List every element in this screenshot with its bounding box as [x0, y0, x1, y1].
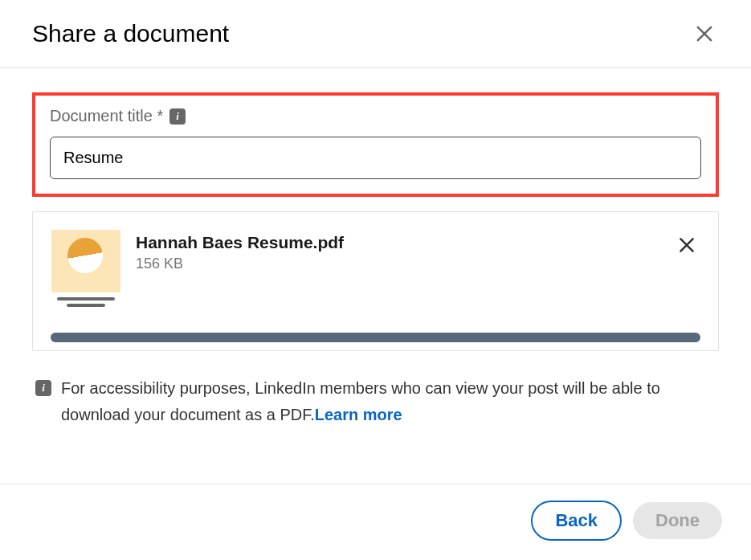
close-icon	[676, 235, 697, 255]
thumbnail-lines	[57, 297, 115, 307]
accessibility-note: i For accessibility purposes, LinkedIn m…	[32, 375, 719, 428]
upload-progress-bar	[51, 333, 700, 342]
info-icon: i	[35, 380, 51, 396]
file-attachment-card: Hannah Baes Resume.pdf 156 KB	[32, 211, 719, 351]
file-info: Hannah Baes Resume.pdf 156 KB	[136, 230, 659, 272]
document-title-input[interactable]	[50, 137, 701, 179]
done-button[interactable]: Done	[633, 502, 722, 539]
file-thumbnail	[51, 230, 121, 310]
title-field-label: Document title *	[50, 107, 163, 125]
document-icon	[51, 230, 120, 292]
modal-title: Share a document	[32, 20, 229, 47]
close-button[interactable]	[690, 19, 719, 48]
title-field-highlight: Document title * i	[32, 92, 719, 197]
share-document-modal: Share a document Document title * i	[0, 0, 751, 560]
file-name: Hannah Baes Resume.pdf	[136, 233, 659, 252]
modal-footer: Back Done	[0, 484, 751, 560]
learn-more-link[interactable]: Learn more	[315, 406, 402, 423]
back-button[interactable]: Back	[531, 501, 622, 541]
modal-body: Document title * i Hannah Baes Resume.pd…	[0, 68, 751, 484]
file-row: Hannah Baes Resume.pdf 156 KB	[51, 230, 700, 310]
info-icon[interactable]: i	[169, 108, 186, 125]
note-text-wrapper: For accessibility purposes, LinkedIn mem…	[61, 375, 703, 428]
modal-header: Share a document	[0, 0, 751, 68]
file-size: 156 KB	[136, 255, 659, 272]
close-icon	[693, 22, 716, 45]
title-field-label-row: Document title * i	[50, 107, 701, 125]
remove-file-button[interactable]	[673, 231, 700, 259]
